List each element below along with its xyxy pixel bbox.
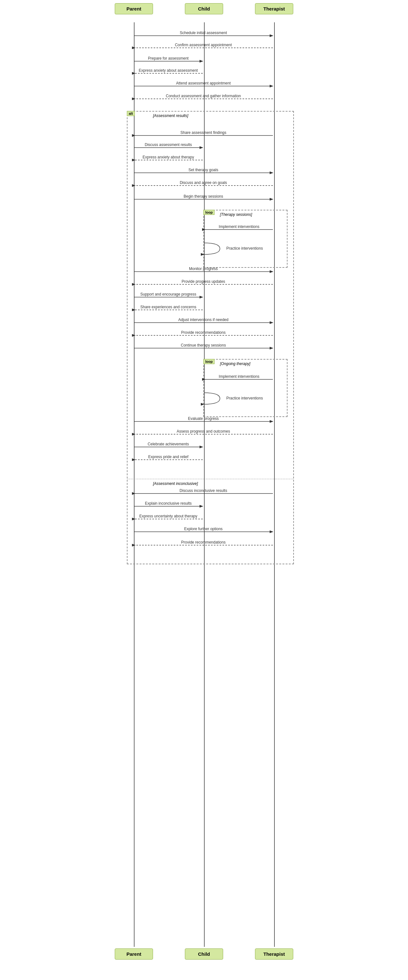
label-m9: Express anxiety about therapy [143, 155, 194, 159]
label-m3: Prepare for assessment [148, 56, 189, 60]
label-m20: Provide recommendations [181, 330, 225, 335]
label-m29: Explain inconclusive results [145, 501, 192, 506]
label-m10: Set therapy goals [188, 168, 218, 172]
label-m4: Express anxiety about assessment [139, 68, 198, 73]
label-m1: Schedule initial assessment [180, 30, 227, 35]
label-m26: Celebrate achievements [148, 442, 189, 446]
label-m17: Support and encourage progress [140, 292, 196, 296]
label-m21: Continue therapy sessions [181, 343, 226, 347]
label-m23: Practice interventions [226, 396, 263, 401]
label-m5: Attend assessment appointment [176, 81, 231, 86]
label-m22: Implement interventions [219, 374, 259, 379]
actor-therapist-top: Therapist [255, 3, 293, 14]
label-m19: Adjust interventions if needed [178, 318, 228, 322]
arrows-svg: Schedule initial assessment Confirm asse… [99, 0, 309, 980]
label-m31: Explore further options [184, 527, 223, 531]
label-m7: Share assessment findings [180, 130, 226, 135]
label-m18: Share experiences and concerns [140, 305, 196, 309]
arrow-m23 [204, 393, 220, 404]
label-m15: Monitor progress [189, 267, 218, 271]
label-m28: Discuss inconclusive results [179, 488, 227, 493]
label-m25: Assess progress and outcomes [176, 429, 230, 434]
label-m11: Discuss and agree on goals [180, 180, 227, 185]
actor-parent-bottom: Parent [115, 948, 153, 959]
label-m16: Provide progress updates [182, 279, 225, 284]
actor-therapist-bottom: Therapist [255, 948, 293, 959]
arrow-m14 [204, 243, 220, 255]
label-m6: Conduct assessment and gather informatio… [166, 94, 241, 98]
actor-parent-top: Parent [115, 3, 153, 14]
actor-child-top: Child [185, 3, 223, 14]
label-m13: Implement interventions [219, 224, 259, 229]
label-m24: Evaluate progress [188, 416, 219, 421]
label-m8: Discuss assessment results [145, 143, 192, 147]
label-m2: Confirm assessment appointment [175, 43, 232, 47]
label-m27: Express pride and relief [148, 455, 189, 459]
label-m32: Provide recommendations [181, 540, 225, 544]
label-m14: Practice interventions [226, 246, 263, 251]
label-m30: Express uncertainty about therapy [139, 514, 197, 519]
label-m12: Begin therapy sessions [184, 194, 223, 199]
actor-child-bottom: Child [185, 948, 223, 959]
